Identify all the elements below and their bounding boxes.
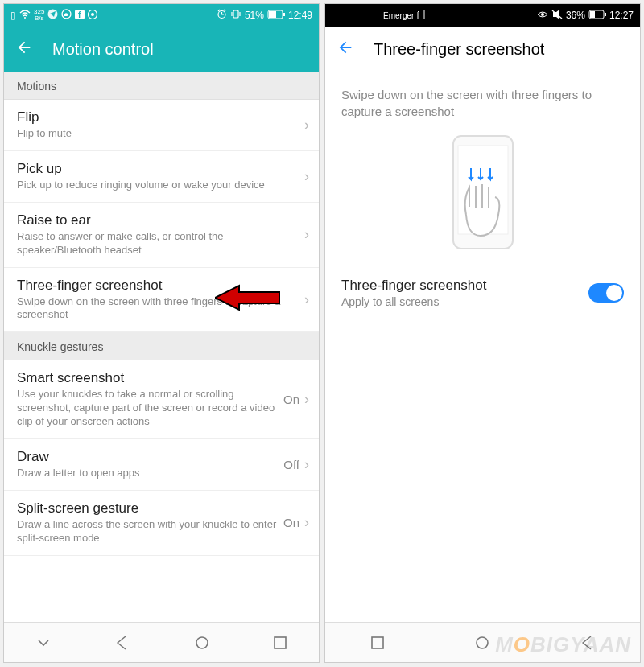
item-sub: Use your knuckles to take a normal or sc… <box>17 388 277 429</box>
chevron-right-icon: › <box>304 391 309 408</box>
svg-point-0 <box>24 17 26 19</box>
svg-rect-16 <box>590 11 595 18</box>
svg-point-21 <box>477 637 488 648</box>
item-split-screen[interactable]: Split-screen gesture Draw a line across … <box>4 491 319 556</box>
status-bar: ▯ 325B/s f 51% <box>4 4 319 27</box>
section-header-motions: Motions <box>4 72 319 100</box>
item-raise-to-ear[interactable]: Raise to ear Raise to answer or make cal… <box>4 203 319 268</box>
toggle-row: Three-finger screenshot Apply to all scr… <box>325 266 640 319</box>
item-value: On <box>283 393 299 406</box>
battery-icon <box>267 10 285 22</box>
item-sub: Draw a line across the screen with your … <box>17 518 277 546</box>
nav-recent-button[interactable] <box>273 636 287 650</box>
carrier-label: Emerger <box>383 11 414 20</box>
item-smart-screenshot[interactable]: Smart screenshot Use your knuckles to ta… <box>4 360 319 439</box>
item-sub: Flip to mute <box>17 127 298 141</box>
mute-icon <box>551 10 563 22</box>
back-button[interactable] <box>15 39 33 60</box>
chrome-icon <box>88 10 97 22</box>
item-title: Flip <box>17 109 298 126</box>
item-title: Smart screenshot <box>17 370 277 386</box>
watermark: MOBIGYAAN <box>495 632 631 657</box>
svg-rect-10 <box>269 11 276 18</box>
svg-rect-13 <box>275 637 286 648</box>
title-bar: Three-finger screenshot <box>325 27 640 72</box>
right-phone: Emerger 36% 12:27 Three-finger screensho… <box>324 3 641 663</box>
toggle-title: Three-finger screenshot <box>341 278 588 294</box>
battery-percent: 51% <box>245 10 264 21</box>
nav-home-button[interactable] <box>474 635 490 651</box>
settings-list[interactable]: Motions Flip Flip to mute › Pick up Pick… <box>4 72 319 622</box>
chevron-right-icon: › <box>304 456 309 473</box>
wifi-icon <box>19 10 31 22</box>
svg-rect-11 <box>283 13 285 16</box>
item-title: Split-screen gesture <box>17 500 277 517</box>
chevron-right-icon: › <box>304 117 309 134</box>
back-button[interactable] <box>336 39 354 60</box>
svg-point-14 <box>541 13 544 16</box>
alarm-icon <box>217 9 227 22</box>
item-sub: Draw a letter to open apps <box>17 467 277 480</box>
whatsapp-icon <box>61 9 72 22</box>
network-speed: 325B/s <box>34 9 44 22</box>
left-phone: ▯ 325B/s f 51% <box>3 3 320 663</box>
eye-comfort-icon <box>537 10 548 22</box>
item-draw[interactable]: Draw Draw a letter to open apps Off› <box>4 439 319 491</box>
chevron-right-icon: › <box>304 226 309 243</box>
section-header-knuckle: Knuckle gestures <box>4 332 319 360</box>
item-title: Pick up <box>17 161 298 177</box>
sim-icon: ▯ <box>10 10 16 21</box>
title-bar: Motion control <box>4 27 319 72</box>
nav-collapse-icon[interactable] <box>35 635 52 651</box>
vibrate-icon <box>230 9 242 22</box>
item-pick-up[interactable]: Pick up Pick up to reduce ringing volume… <box>4 151 319 203</box>
status-bar: Emerger 36% 12:27 <box>325 4 640 27</box>
chevron-right-icon: › <box>304 514 309 531</box>
nav-home-button[interactable] <box>194 635 210 651</box>
telegram-icon <box>47 9 58 22</box>
battery-icon <box>588 10 606 22</box>
svg-point-12 <box>196 637 208 648</box>
svg-rect-17 <box>605 13 606 16</box>
clock: 12:27 <box>609 10 634 21</box>
toggle-switch[interactable] <box>588 283 624 303</box>
facebook-icon: f <box>75 10 85 22</box>
item-flip[interactable]: Flip Flip to mute › <box>4 100 319 151</box>
toggle-sub: Apply to all screens <box>341 295 588 308</box>
item-title: Draw <box>17 449 277 465</box>
chevron-right-icon: › <box>304 168 309 185</box>
item-sub: Pick up to reduce ringing volume or wake… <box>17 179 298 192</box>
battery-percent: 36% <box>566 10 585 21</box>
annotation-arrow <box>215 282 281 314</box>
description-text: Swipe down on the screen with three fing… <box>325 72 640 130</box>
page-title: Three-finger screenshot <box>374 40 544 59</box>
item-value: Off <box>283 458 299 471</box>
item-title: Raise to ear <box>17 212 298 229</box>
clock: 12:49 <box>288 10 312 21</box>
item-sub: Raise to answer or make calls, or contro… <box>17 230 298 257</box>
chevron-right-icon: › <box>304 291 309 308</box>
nav-recent-button[interactable] <box>370 636 385 650</box>
svg-point-6 <box>91 13 94 16</box>
sim-icon <box>417 10 425 22</box>
gesture-illustration <box>325 130 640 266</box>
item-value: On <box>283 516 299 529</box>
nav-bar <box>4 622 319 662</box>
page-title: Motion control <box>52 40 154 59</box>
svg-rect-8 <box>233 10 238 18</box>
svg-rect-20 <box>372 637 383 648</box>
detail-content: Swipe down on the screen with three fing… <box>325 72 640 622</box>
nav-back-button[interactable] <box>114 635 130 651</box>
